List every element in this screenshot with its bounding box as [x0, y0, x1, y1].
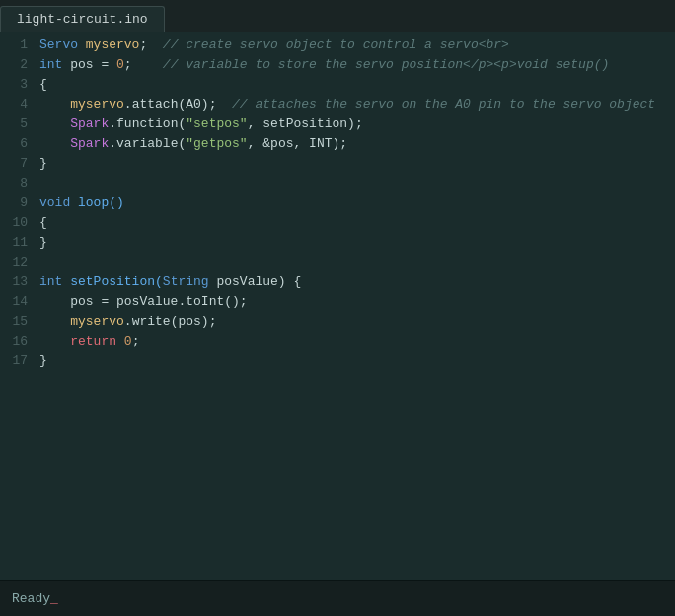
line-content: } — [39, 351, 675, 371]
active-tab[interactable]: light-circuit.ino — [0, 6, 165, 32]
line-number: 10 — [0, 213, 39, 233]
line-number: 1 — [0, 36, 39, 55]
line-content: myservo.attach(A0); // attaches the serv… — [39, 95, 675, 115]
line-content: myservo.write(pos); — [39, 312, 675, 332]
code-line: 11} — [0, 233, 675, 253]
line-content: Spark.function("setpos", setPosition); — [39, 115, 675, 134]
line-content: return 0; — [39, 332, 675, 351]
code-line: 13int setPosition(String posValue) { — [0, 272, 675, 292]
line-number: 6 — [0, 134, 39, 154]
code-line: 1Servo myservo; // create servo object t… — [0, 36, 675, 55]
code-line: 10{ — [0, 213, 675, 233]
status-text: Ready_ — [12, 591, 58, 606]
code-line: 2int pos = 0; // variable to store the s… — [0, 55, 675, 75]
code-line: 15 myservo.write(pos); — [0, 312, 675, 332]
line-content: Servo myservo; // create servo object to… — [39, 36, 675, 55]
line-number: 14 — [0, 292, 39, 312]
line-number: 8 — [0, 174, 39, 193]
line-number: 7 — [0, 154, 39, 174]
code-line: 6 Spark.variable("getpos", &pos, INT); — [0, 134, 675, 154]
line-number: 13 — [0, 272, 39, 292]
code-line: 14 pos = posValue.toInt(); — [0, 292, 675, 312]
status-bar: Ready_ — [0, 580, 675, 616]
code-line: 8 — [0, 174, 675, 193]
line-number: 9 — [0, 193, 39, 213]
code-line: 3{ — [0, 75, 675, 95]
line-content: int setPosition(String posValue) { — [39, 272, 675, 292]
line-number: 16 — [0, 332, 39, 351]
line-content: } — [39, 154, 675, 174]
status-dot: _ — [50, 591, 58, 606]
line-content: { — [39, 213, 675, 233]
code-line: 12 — [0, 253, 675, 272]
code-line: 7} — [0, 154, 675, 174]
line-content: { — [39, 75, 675, 95]
line-number: 17 — [0, 351, 39, 371]
line-content: pos = posValue.toInt(); — [39, 292, 675, 312]
code-line: 17} — [0, 351, 675, 371]
line-number: 5 — [0, 115, 39, 134]
line-number: 15 — [0, 312, 39, 332]
line-content: void loop() — [39, 193, 675, 213]
line-number: 3 — [0, 75, 39, 95]
line-number: 2 — [0, 55, 39, 75]
line-number: 11 — [0, 233, 39, 253]
line-number: 4 — [0, 95, 39, 115]
code-line: 4 myservo.attach(A0); // attaches the se… — [0, 95, 675, 115]
code-line: 16 return 0; — [0, 332, 675, 351]
line-content: } — [39, 233, 675, 253]
tab-bar: light-circuit.ino — [0, 0, 675, 32]
line-number: 12 — [0, 253, 39, 272]
line-content: int pos = 0; // variable to store the se… — [39, 55, 675, 75]
editor-area: 1Servo myservo; // create servo object t… — [0, 32, 675, 580]
code-line: 5 Spark.function("setpos", setPosition); — [0, 115, 675, 134]
code-line: 9void loop() — [0, 193, 675, 213]
line-content: Spark.variable("getpos", &pos, INT); — [39, 134, 675, 154]
